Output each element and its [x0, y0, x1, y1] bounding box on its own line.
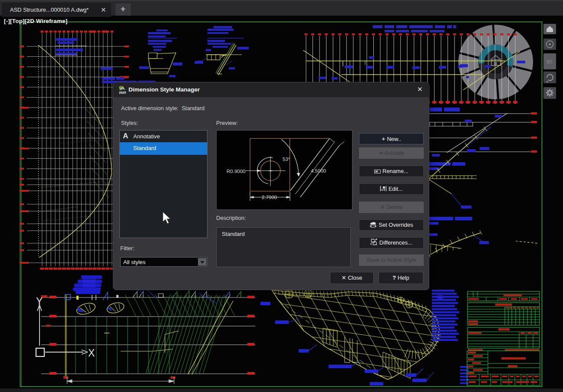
svg-text:2025: 2025 [119, 91, 126, 94]
svg-text:R0.9000: R0.9000 [227, 169, 245, 174]
svg-text:4.5000: 4.5000 [311, 168, 326, 173]
svg-text:X: X [88, 347, 95, 359]
svg-text:53°: 53° [283, 157, 290, 162]
svg-text:90: 90 [546, 59, 552, 65]
svg-text:2.7000: 2.7000 [262, 195, 277, 200]
